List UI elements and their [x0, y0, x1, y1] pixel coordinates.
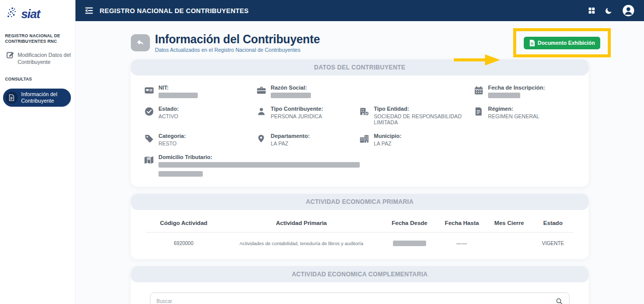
siat-logo-text: siat	[21, 7, 40, 21]
field-label: Categoría:	[158, 133, 186, 139]
sidebar-section-rnc: REGISTRO NACIONAL DE CONTRIBUYENTES RNC	[0, 26, 75, 47]
redacted-value	[158, 162, 360, 168]
receipt-icon	[473, 106, 484, 117]
sidebar-item-modificacion-datos[interactable]: Modificacion Datos del Contribuyente	[0, 47, 75, 69]
field-fecha-inscripcion: Fecha de Inscripción:	[473, 85, 576, 98]
column-header: Fecha Desde	[381, 216, 438, 232]
datos-card-title: DATOS DEL CONTRIBUYENTE	[314, 64, 406, 71]
sidebar-section-consultas: CONSULTAS	[0, 69, 75, 84]
menu-fold-icon[interactable]	[85, 6, 94, 15]
field-label: Estado:	[158, 106, 179, 112]
id-card-icon	[143, 85, 154, 96]
redacted-value	[158, 171, 203, 177]
briefcase-icon	[256, 85, 267, 96]
moon-icon[interactable]	[605, 7, 613, 15]
actividad-primaria-header: ACTIVIDAD ECONOMICA PRIMARIA	[131, 194, 589, 210]
sidebar: siat REGISTRO NACIONAL DE CONTRIBUYENTES…	[0, 0, 75, 304]
column-header: Mes Cierre	[486, 216, 532, 232]
apps-grid-icon[interactable]	[588, 7, 596, 15]
field-domicilio-tributario: Domicilio Tributario:	[143, 154, 576, 177]
field-value: PERSONA JURIDICA	[271, 113, 323, 119]
avatar-icon[interactable]	[622, 4, 635, 17]
field-departamento: Departamento: LA PAZ	[256, 133, 359, 146]
field-value: LA PAZ	[374, 140, 401, 146]
column-header: Estado	[532, 216, 574, 232]
field-municipio: Municipio: LA PAZ	[359, 133, 473, 146]
field-nit: NIT:	[143, 85, 256, 98]
tag-icon	[143, 133, 154, 143]
field-label: Departamento:	[271, 133, 310, 139]
field-label: Régimen:	[488, 106, 539, 112]
topbar: REGISTRO NACIONAL DE CONTRIBUYENTES	[75, 0, 644, 21]
page: siat REGISTRO NACIONAL DE CONTRIBUYENTES…	[0, 0, 644, 304]
main-content: Documento Exhibición Información del Con…	[75, 21, 644, 304]
actividad-primaria-card: ACTIVIDAD ECONOMICA PRIMARIA Código Acti…	[131, 194, 589, 259]
annotation-highlight-box: Documento Exhibición	[513, 28, 611, 57]
sidebar-item-label: Modificacion Datos del Contribuyente	[18, 51, 71, 65]
cell-codigo: 6920000	[146, 233, 221, 248]
search-button[interactable]	[555, 297, 563, 304]
annotation-arrow	[454, 54, 500, 67]
datos-contribuyente-card: DATOS DEL CONTRIBUYENTE NIT:	[131, 59, 589, 187]
page-subtitle: Datos Actualizados en el Registro Nacion…	[155, 47, 320, 53]
file-icon	[529, 40, 535, 46]
field-regimen: Régimen: REGIMEN GENERAL	[473, 106, 576, 125]
field-label: Domicilio Tributario:	[158, 154, 360, 160]
redacted-value	[158, 93, 198, 98]
column-header: Actividad Primaria	[221, 216, 381, 232]
cell-fecha-hasta: ——	[438, 233, 486, 248]
field-value: REGIMEN GENERAL	[488, 113, 539, 119]
field-label: Fecha de Inscripción:	[488, 85, 545, 91]
field-label: Tipo Entidad:	[374, 106, 473, 112]
field-label: Razón Social:	[271, 85, 311, 91]
city-buildings-icon	[359, 133, 370, 144]
page-title: Información del Contribuyente	[155, 33, 320, 46]
sidebar-item-label: Información del Contribuyente	[21, 91, 67, 104]
cell-mes-cierre	[486, 236, 532, 246]
column-header: Código Actividad	[146, 216, 221, 232]
siat-emblem-icon	[7, 7, 18, 21]
edit-icon	[6, 51, 14, 61]
map-icon	[143, 154, 154, 166]
field-categoria: Categoría: RESTO	[143, 133, 256, 146]
search-box	[150, 292, 570, 304]
table-header-row: Código Actividad Actividad Primaria Fech…	[146, 216, 574, 233]
field-label: Tipo Contribuyente:	[271, 106, 323, 112]
field-tipo-entidad: Tipo Entidad: SOCIEDAD DE RESPONSABILIDA…	[359, 106, 473, 125]
documento-exhibicion-button[interactable]: Documento Exhibición	[524, 37, 601, 49]
back-button[interactable]	[131, 34, 150, 51]
actividad-complementaria-card: ACTIVIDAD ECONOMICA COMPLEMENTARIA Códig…	[131, 266, 589, 304]
redacted-value	[488, 93, 520, 98]
calendar-icon	[473, 85, 484, 96]
field-value: LA PAZ	[271, 140, 310, 146]
person-icon	[256, 106, 267, 117]
cell-estado: VIGENTE	[532, 233, 574, 248]
field-value: RESTO	[158, 140, 186, 146]
building-check-icon	[359, 106, 370, 117]
table-row: 6920000 Actividades de contabilidad, ten…	[146, 233, 574, 248]
datos-card-header: DATOS DEL CONTRIBUYENTE	[131, 59, 589, 75]
column-header: Fecha Hasta	[438, 216, 486, 232]
field-razon-social: Razón Social:	[256, 85, 359, 98]
actividad-primaria-title: ACTIVIDAD ECONOMICA PRIMARIA	[306, 198, 414, 205]
map-pin-icon	[256, 133, 267, 144]
document-icon	[6, 92, 18, 104]
actividad-complementaria-header: ACTIVIDAD ECONOMICA COMPLEMENTARIA	[131, 266, 589, 282]
check-circle-icon	[143, 106, 154, 117]
sidebar-item-informacion-contribuyente[interactable]: Información del Contribuyente	[3, 89, 71, 107]
field-value: SOCIEDAD DE RESPONSABILIDAD LIMITADA	[374, 113, 473, 125]
search-input[interactable]	[156, 298, 555, 304]
field-estado: Estado: ACTIVO	[143, 106, 256, 125]
field-label: NIT:	[158, 85, 198, 91]
siat-logo[interactable]: siat	[0, 0, 75, 26]
cell-actividad: Actividades de contabilidad, teneduría d…	[221, 233, 381, 248]
field-value: ACTIVO	[158, 113, 179, 119]
documento-exhibicion-label: Documento Exhibición	[538, 40, 595, 46]
cell-fecha-desde-redacted	[381, 233, 438, 248]
field-label: Municipio:	[374, 133, 401, 139]
redacted-value	[271, 93, 311, 98]
field-tipo-contribuyente: Tipo Contribuyente: PERSONA JURIDICA	[256, 106, 359, 125]
topbar-title: REGISTRO NACIONAL DE CONTRIBUYENTES	[100, 7, 249, 15]
actividad-complementaria-title: ACTIVIDAD ECONOMICA COMPLEMENTARIA	[292, 271, 428, 278]
